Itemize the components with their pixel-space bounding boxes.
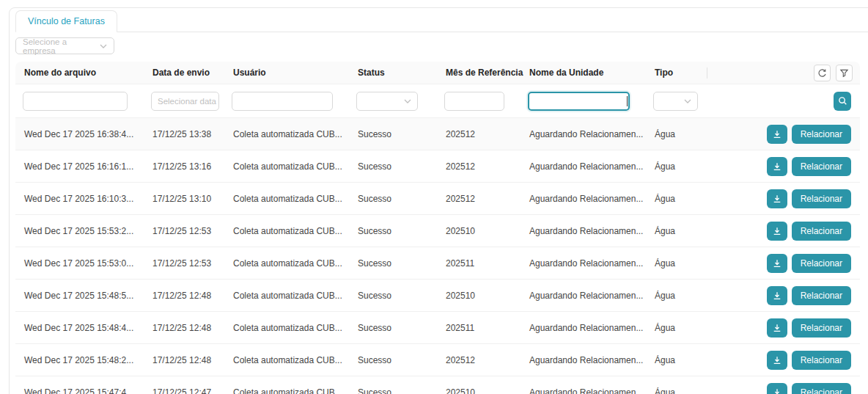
download-button[interactable] [767,189,787,208]
cell-user: Coleta automatizada CUB... [224,355,349,365]
cell-unit: Aguardando Relacionamen... [521,355,646,365]
table-row[interactable]: Wed Dec 17 2025 15:47:4... 17/12/25 12:4… [15,376,860,394]
table-row[interactable]: Wed Dec 17 2025 16:38:4... 17/12/25 13:3… [15,118,860,150]
download-icon [773,259,781,268]
cell-user: Coleta automatizada CUB... [224,161,349,172]
table-header-actions [707,62,860,84]
filter-row: Selecionar data [15,84,860,118]
relacionar-button[interactable]: Relacionar [792,254,851,273]
cell-type: Água [646,291,707,301]
download-button[interactable] [767,222,787,241]
filter-user-input[interactable] [232,92,333,111]
cell-month: 202512 [437,194,521,204]
download-button[interactable] [767,157,787,176]
cell-unit: Aguardando Relacionamen... [521,258,646,269]
filter-type-select[interactable] [653,92,698,111]
cell-status: Sucesso [349,323,437,333]
download-icon [773,291,781,300]
table-row[interactable]: Wed Dec 17 2025 15:48:4... 17/12/25 12:4… [15,312,860,344]
relacionar-button[interactable]: Relacionar [792,318,851,338]
filter-file-input[interactable] [23,92,128,111]
tab-bar: Vínculo de Faturas [15,8,868,32]
relacionar-button[interactable]: Relacionar [792,157,851,176]
cell-sent: 17/12/25 12:48 [144,291,224,301]
cell-type: Água [646,226,707,236]
filter-month-input[interactable] [444,92,504,111]
col-header-type: Tipo [646,62,707,84]
download-icon [773,227,781,236]
filter-status-select[interactable] [356,92,418,111]
cell-file: Wed Dec 17 2025 15:48:2... [15,355,144,365]
tab-vinculo-de-faturas[interactable]: Vínculo de Faturas [15,10,117,32]
col-header-sent: Data de envio [144,62,224,84]
download-button[interactable] [767,254,787,273]
cell-user: Coleta automatizada CUB... [224,194,349,204]
relacionar-button[interactable]: Relacionar [792,222,851,241]
cell-status: Sucesso [349,161,437,172]
cell-user: Coleta automatizada CUB... [224,258,349,269]
download-button[interactable] [767,286,787,305]
relacionar-button[interactable]: Relacionar [792,383,851,394]
relacionar-button[interactable]: Relacionar [792,189,851,208]
cell-file: Wed Dec 17 2025 16:16:1... [15,161,144,172]
filter-button[interactable] [836,65,853,81]
download-icon [773,162,781,171]
cell-type: Água [646,194,707,204]
filter-unit-input[interactable] [528,92,630,111]
cell-unit: Aguardando Relacionamen... [521,129,646,139]
relacionar-button[interactable]: Relacionar [792,286,851,305]
download-button[interactable] [767,383,787,394]
table-row[interactable]: Wed Dec 17 2025 15:53:0... 17/12/25 12:5… [15,247,860,280]
cell-file: Wed Dec 17 2025 15:48:4... [15,323,144,333]
download-button[interactable] [767,318,787,338]
download-button[interactable] [767,351,787,370]
cell-file: Wed Dec 17 2025 16:38:4... [15,129,144,139]
cell-type: Água [646,258,707,269]
search-button[interactable] [834,92,851,111]
table-row[interactable]: Wed Dec 17 2025 15:53:2... 17/12/25 12:5… [15,215,860,247]
cell-file: Wed Dec 17 2025 16:10:3... [15,194,144,204]
table-row[interactable]: Wed Dec 17 2025 15:48:2... 17/12/25 12:4… [15,344,860,376]
download-button[interactable] [767,125,787,144]
refresh-icon [817,68,827,78]
cell-status: Sucesso [349,129,437,139]
cell-user: Coleta automatizada CUB... [224,323,349,333]
cell-type: Água [646,129,707,139]
cell-month: 202510 [437,226,521,236]
download-icon [773,356,781,365]
cell-type: Água [646,355,707,365]
table-row[interactable]: Wed Dec 17 2025 15:48:5... 17/12/25 12:4… [15,280,860,312]
table-body: Wed Dec 17 2025 16:38:4... 17/12/25 13:3… [15,118,860,394]
company-select[interactable]: Selecione a empresa [15,37,114,54]
refresh-button[interactable] [814,65,831,81]
cell-file: Wed Dec 17 2025 15:53:2... [15,226,144,236]
cell-type: Água [646,323,707,333]
col-header-user: Usuário [224,62,349,84]
cell-month: 202512 [437,355,521,365]
cell-unit: Aguardando Relacionamen... [521,387,646,394]
filter-date-picker[interactable]: Selecionar data [151,92,219,111]
chevron-down-icon [404,99,411,103]
cell-unit: Aguardando Relacionamen... [521,323,646,333]
table-row[interactable]: Wed Dec 17 2025 16:10:3... 17/12/25 13:1… [15,183,860,215]
cell-sent: 17/12/25 13:38 [144,129,224,139]
cell-sent: 17/12/25 13:16 [144,161,224,172]
cell-sent: 17/12/25 12:48 [144,323,224,333]
cell-user: Coleta automatizada CUB... [224,226,349,236]
cell-type: Água [646,161,707,172]
cell-status: Sucesso [349,258,437,269]
table-row[interactable]: Wed Dec 17 2025 16:16:1... 17/12/25 13:1… [15,150,860,183]
col-header-month: Mês de Referência [437,62,521,84]
cell-user: Coleta automatizada CUB... [224,387,349,394]
relacionar-button[interactable]: Relacionar [792,351,851,370]
cell-unit: Aguardando Relacionamen... [521,226,646,236]
cell-month: 202512 [437,129,521,139]
cell-month: 202511 [437,258,521,269]
cell-user: Coleta automatizada CUB... [224,129,349,139]
download-icon [773,194,781,203]
filter-icon [839,68,849,78]
chevron-down-icon [684,99,691,103]
text-caret [627,96,628,106]
relacionar-button[interactable]: Relacionar [792,125,851,144]
cell-unit: Aguardando Relacionamen... [521,161,646,172]
